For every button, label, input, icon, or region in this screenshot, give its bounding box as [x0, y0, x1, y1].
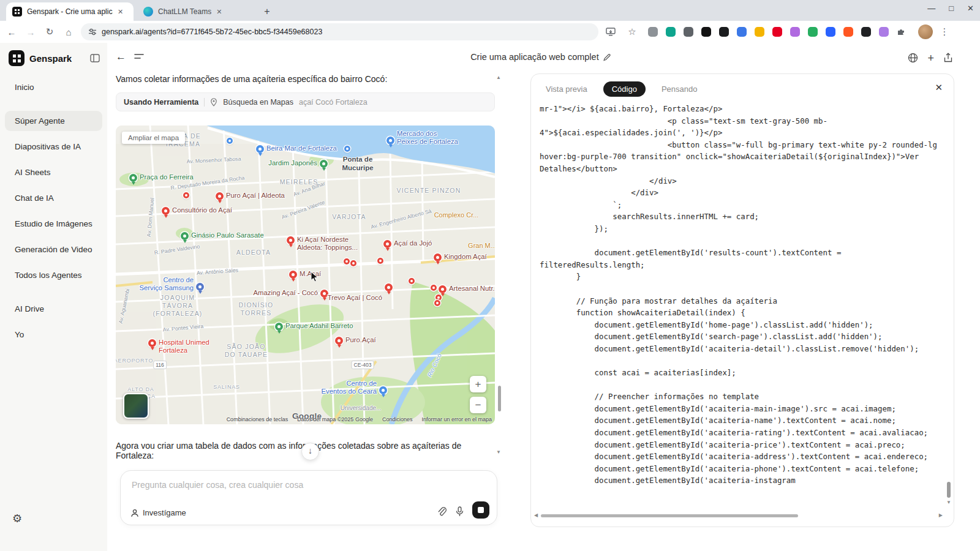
sidebar-item-diapositivas-de-ia[interactable]: Diapositivas de IA [5, 137, 102, 157]
map-poi-label[interactable]: Consultório do Açaí [172, 206, 232, 214]
sidebar-item-todos-los-agentes[interactable]: Todos los Agentes [5, 265, 102, 285]
new-chat-icon[interactable]: + [927, 53, 934, 63]
language-globe-icon[interactable] [908, 53, 918, 63]
map-pin-minor[interactable] [344, 258, 350, 264]
bookmark-star-icon[interactable]: ☆ [625, 26, 639, 37]
satellite-layer-toggle[interactable] [123, 393, 149, 419]
panel-horizontal-scrollbar[interactable] [541, 514, 798, 517]
attach-paperclip-icon[interactable] [437, 506, 447, 517]
map-pin-minor[interactable] [431, 285, 437, 291]
tool-usage-bar[interactable]: Usando Herramienta Búsqueda en Mapas aça… [116, 92, 495, 111]
map-pin-minor[interactable] [409, 278, 415, 284]
close-icon[interactable]: ✕ [935, 82, 943, 93]
panel-scroll-right-icon[interactable]: ▶ [939, 512, 943, 518]
sidebar-item-estudio-de-im-genes[interactable]: Estudio de Imágenes [5, 214, 102, 234]
chat-back-icon[interactable]: ← [116, 51, 126, 63]
extension-icon[interactable] [684, 27, 693, 37]
map-pin-minor[interactable] [350, 260, 356, 266]
map-poi-label[interactable]: Açaí da Jojó [394, 239, 432, 247]
map-pin-park[interactable] [275, 323, 283, 331]
window-close-button[interactable]: ✕ [967, 4, 974, 13]
map-poi-label[interactable]: Mercado dos Peixes de Fortaleza [397, 130, 458, 146]
sidebar-item-s-per-agente[interactable]: Súper Agente [5, 111, 102, 131]
map-pin-food[interactable] [289, 271, 297, 279]
extension-icon[interactable] [808, 27, 818, 37]
map-pin-minor[interactable] [344, 146, 350, 152]
sidebar-item-inicio[interactable]: Inicio [5, 77, 102, 97]
new-tab-button[interactable]: + [260, 4, 274, 19]
extension-icon[interactable] [648, 27, 658, 37]
map-label-poi-gray[interactable]: Universidade... [341, 405, 382, 413]
zoom-in-button[interactable]: + [470, 376, 486, 392]
extension-icon[interactable] [879, 27, 889, 37]
map-poi-label[interactable]: Amazing Açaí - Cocó [254, 289, 318, 297]
site-info-icon[interactable] [88, 28, 97, 36]
sidebar-item-yo[interactable]: Yo [5, 324, 102, 345]
map-embed[interactable]: Puro Açaí | AldeotaConsultório do AçaíKi… [116, 126, 495, 424]
settings-gear-icon[interactable]: ⚙ [12, 512, 22, 525]
map-poi-label[interactable]: Ki Açaí Nordeste Aldeota: Toppings... [297, 236, 358, 252]
forward-icon[interactable]: → [23, 27, 38, 37]
map-poi-label[interactable]: Centro de Serviço Samsung [139, 276, 194, 293]
map-poi-label[interactable]: Kingdom Açaí [444, 253, 487, 261]
tab-codigo[interactable]: Código [603, 81, 646, 97]
keyboard-shortcuts-link[interactable]: Combinaciones de teclas [227, 416, 288, 422]
panel-scroll-left-icon[interactable]: ◀ [534, 512, 538, 518]
sidebar-item-ai-drive[interactable]: AI Drive [5, 299, 102, 319]
map-pin-food[interactable] [162, 207, 170, 215]
map-poi-label[interactable]: Centro de Eventos do Ceará [322, 380, 377, 396]
browser-tab-genspark[interactable]: Genspark - Crie uma aplicaçã... ✕ [6, 2, 134, 21]
edit-title-icon[interactable] [603, 53, 611, 61]
map-pin-minor[interactable] [434, 300, 440, 306]
map-pin-food[interactable] [383, 240, 391, 248]
install-app-icon[interactable] [606, 28, 620, 36]
map-pin-food[interactable] [335, 337, 343, 345]
map-label-poi-orange[interactable]: Gran M... [468, 242, 495, 250]
back-icon[interactable]: ← [4, 27, 19, 37]
map-pin-food[interactable] [385, 283, 393, 291]
map-pin-food[interactable] [434, 253, 442, 261]
extension-icon[interactable] [719, 27, 729, 37]
zoom-out-button[interactable]: − [470, 397, 486, 413]
browser-tab-chatllm[interactable]: ChatLLM Teams ✕ [137, 2, 254, 21]
investigate-button[interactable]: Investígame [130, 508, 186, 517]
chat-scrollbar[interactable] [498, 386, 501, 411]
map-poi-label[interactable]: Trevo Açaí | Cocó [328, 294, 382, 302]
extension-icon[interactable] [772, 27, 782, 37]
map-pin-food[interactable] [216, 192, 224, 200]
home-icon[interactable]: ⌂ [61, 27, 76, 37]
tab-close-icon[interactable]: ✕ [118, 8, 123, 16]
extension-icon[interactable] [826, 27, 835, 37]
extensions-puzzle-icon[interactable] [896, 27, 911, 37]
map-poi-label[interactable]: Jardim Japonês [268, 159, 317, 167]
map-poi-label[interactable]: Beira Mar de Fortaleza [266, 144, 337, 152]
map-poi-label[interactable]: M.Açaí [300, 270, 321, 278]
map-poi-label[interactable]: Puro Açaí | Aldeota [226, 192, 285, 200]
window-minimize-button[interactable]: — [927, 4, 935, 13]
map-pin-minor[interactable] [227, 138, 233, 144]
terms-link[interactable]: Condiciones [382, 416, 413, 422]
extension-icon[interactable] [861, 27, 871, 37]
map-poi-label[interactable]: Praça do Ferreira [140, 173, 194, 181]
stop-generating-button[interactable] [472, 501, 489, 519]
sidebar-item-generaci-n-de-video[interactable]: Generación de Video [5, 239, 102, 260]
thread-list-icon[interactable] [134, 53, 144, 61]
map-pin-food[interactable] [439, 285, 447, 293]
scroll-to-bottom-button[interactable]: ↓ [301, 443, 319, 460]
map-pin-minor[interactable] [377, 258, 383, 264]
sidebar-collapse-icon[interactable] [90, 54, 100, 62]
url-bar[interactable]: genspark.ai/agents?id=6771f645-5b72-45ec… [81, 23, 598, 40]
extension-icon[interactable] [790, 27, 800, 37]
window-maximize-button[interactable]: □ [949, 4, 954, 13]
tab-close-icon[interactable]: ✕ [216, 8, 222, 16]
map-pin-park[interactable] [129, 174, 137, 182]
sidebar-item-chat-de-ia[interactable]: Chat de IA [5, 188, 102, 208]
map-pin-attraction[interactable] [386, 137, 394, 144]
extension-icon[interactable] [666, 27, 676, 37]
map-poi-label[interactable]: Ginásio Paulo Sarasate [191, 231, 264, 239]
map-poi-label[interactable]: Artesanal Nutr... [449, 285, 495, 293]
report-error-link[interactable]: Informar un error en el mapa [421, 416, 492, 422]
share-icon[interactable] [943, 53, 953, 63]
browser-menu-icon[interactable]: ⋮ [937, 26, 952, 37]
tab-pensando[interactable]: Pensando [662, 84, 698, 94]
